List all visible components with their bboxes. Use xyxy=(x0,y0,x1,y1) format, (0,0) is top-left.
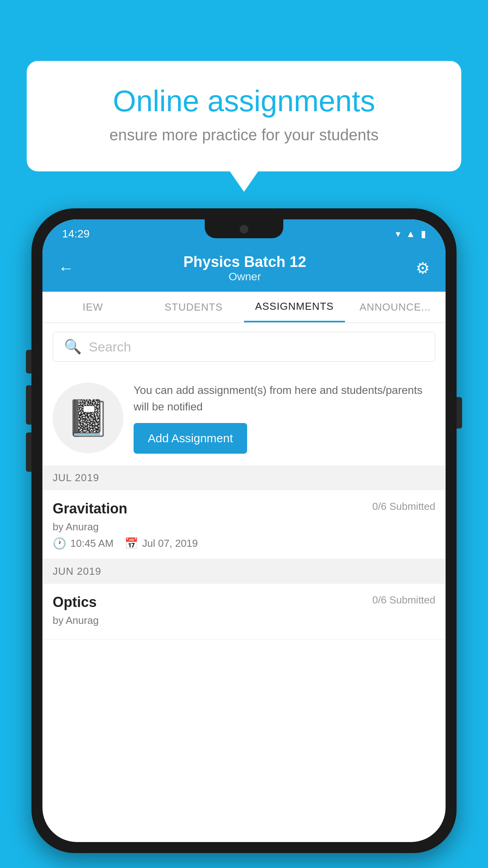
search-icon: 🔍 xyxy=(64,338,82,355)
assignment-title: Gravitation xyxy=(53,500,127,517)
section-header-jun: JUN 2019 xyxy=(42,559,446,584)
assignment-submitted: 0/6 Submitted xyxy=(372,500,435,513)
tab-bar: IEW STUDENTS ASSIGNMENTS ANNOUNCE... xyxy=(42,292,446,323)
assignment-top-optics: Optics 0/6 Submitted xyxy=(53,594,435,611)
power-button xyxy=(457,397,462,428)
phone-screen: 14:29 ▾ ▲ ▮ ← Physics Batch 12 Owner ⚙ I… xyxy=(42,219,446,842)
search-bar[interactable]: 🔍 Search xyxy=(53,332,435,362)
promo-right: You can add assignment(s) from here and … xyxy=(134,382,435,454)
promo-text: You can add assignment(s) from here and … xyxy=(134,382,435,415)
tab-assignments[interactable]: ASSIGNMENTS xyxy=(244,292,345,322)
volume-down-button xyxy=(26,385,31,425)
wifi-icon: ▾ xyxy=(396,228,400,239)
settings-button[interactable]: ⚙ xyxy=(416,259,430,277)
tab-students[interactable]: STUDENTS xyxy=(143,292,244,322)
add-assignment-button[interactable]: Add Assignment xyxy=(134,423,247,454)
content-area: 🔍 Search 📓 You can add assignment(s) fro… xyxy=(42,323,446,640)
phone-frame: 14:29 ▾ ▲ ▮ ← Physics Batch 12 Owner ⚙ I… xyxy=(31,208,457,853)
optics-by: by Anurag xyxy=(53,614,435,627)
signal-icon: ▲ xyxy=(406,228,415,239)
silent-button xyxy=(26,432,31,472)
notch xyxy=(205,219,283,238)
tab-announcements[interactable]: ANNOUNCE... xyxy=(345,292,446,322)
battery-icon: ▮ xyxy=(421,228,426,239)
assignment-meta: 🕐 10:45 AM 📅 Jul 07, 2019 xyxy=(53,537,435,550)
app-header: ← Physics Batch 12 Owner ⚙ xyxy=(42,245,446,292)
status-time: 14:29 xyxy=(62,228,90,240)
back-button[interactable]: ← xyxy=(58,259,74,277)
optics-submitted: 0/6 Submitted xyxy=(372,594,435,606)
promo-icon-circle: 📓 xyxy=(53,383,123,453)
assignment-top: Gravitation 0/6 Submitted xyxy=(53,500,435,517)
speech-bubble-container: Online assignments ensure more practice … xyxy=(27,61,461,171)
assignment-icon: 📓 xyxy=(66,397,110,439)
header-title-block: Physics Batch 12 Owner xyxy=(183,254,306,283)
optics-title: Optics xyxy=(53,594,97,611)
bubble-subtitle: ensure more practice for your students xyxy=(58,126,430,144)
tab-iew[interactable]: IEW xyxy=(42,292,143,322)
calendar-icon: 📅 xyxy=(125,537,138,550)
assignment-by: by Anurag xyxy=(53,521,435,533)
assignment-date: 📅 Jul 07, 2019 xyxy=(125,537,198,550)
speech-bubble: Online assignments ensure more practice … xyxy=(27,61,461,171)
header-title: Physics Batch 12 xyxy=(183,254,306,270)
promo-section: 📓 You can add assignment(s) from here an… xyxy=(42,370,446,465)
status-icons: ▾ ▲ ▮ xyxy=(396,228,426,239)
assignment-time: 🕐 10:45 AM xyxy=(53,537,114,550)
assignment-date-value: Jul 07, 2019 xyxy=(142,537,198,550)
assignment-item-optics[interactable]: Optics 0/6 Submitted by Anurag xyxy=(42,584,446,640)
header-subtitle: Owner xyxy=(183,270,306,283)
assignment-item-gravitation[interactable]: Gravitation 0/6 Submitted by Anurag 🕐 10… xyxy=(42,490,446,559)
clock-icon: 🕐 xyxy=(53,537,66,550)
search-placeholder: Search xyxy=(89,339,131,355)
volume-up-button xyxy=(26,350,31,373)
section-header-jul: JUL 2019 xyxy=(42,465,446,490)
front-camera xyxy=(240,225,248,234)
bubble-title: Online assignments xyxy=(58,85,430,118)
assignment-time-value: 10:45 AM xyxy=(70,537,114,550)
